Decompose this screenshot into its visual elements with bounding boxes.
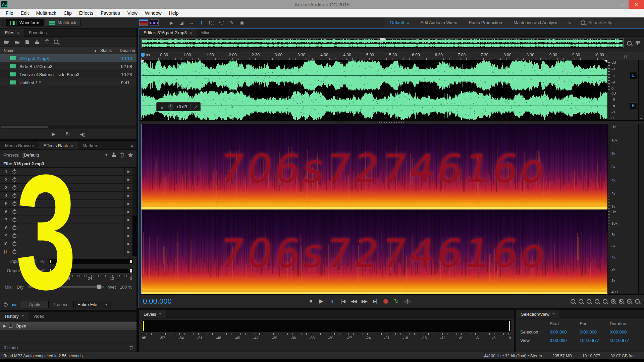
mix-slider[interactable]	[28, 286, 104, 288]
slot-power-cell[interactable]	[10, 224, 19, 232]
maximize-button[interactable]	[616, 0, 629, 9]
slot-power-cell[interactable]	[10, 240, 19, 248]
menu-item-edit[interactable]: Edit	[17, 9, 33, 17]
time-selection-tool[interactable]: I	[198, 19, 205, 26]
clear-history-trash-icon[interactable]	[129, 346, 133, 350]
menu-item-file[interactable]: File	[2, 9, 17, 17]
tab-levels[interactable]: Levels ≡	[139, 310, 166, 318]
slot-power-cell[interactable]	[10, 248, 19, 256]
waveform-view-button[interactable]: Waveform	[6, 19, 44, 26]
paintbrush-selection-tool[interactable]: ✎	[228, 19, 235, 26]
import-file-icon[interactable]	[14, 40, 20, 44]
multitrack-view-button[interactable]: Multitrack	[45, 19, 81, 26]
slot-power-cell[interactable]	[10, 192, 19, 199]
preview-play-button[interactable]: ▶	[52, 131, 56, 137]
fast-forward-button[interactable]: ▶▶	[360, 297, 368, 305]
slot-empty-body[interactable]	[19, 232, 124, 240]
menu-item-effects[interactable]: Effects	[75, 9, 97, 17]
slots-scrollbar[interactable]	[132, 184, 137, 191]
tab-favorites[interactable]: Favorites	[24, 28, 51, 37]
slot-power-cell[interactable]	[10, 168, 19, 175]
menu-item-help[interactable]: Help	[165, 9, 182, 17]
timeline-ruler[interactable]: hms0:301:001:302:002:303:003:304:004:305…	[141, 52, 607, 60]
tab-mixer[interactable]: Mixer	[197, 28, 217, 37]
left-channel-badge[interactable]: L	[630, 72, 637, 79]
effect-slot-row[interactable]: 8▶	[0, 224, 137, 232]
zoom-in-right-edge-button[interactable]: ▶	[619, 299, 624, 304]
workspace-default[interactable]: Default≡	[384, 17, 415, 28]
effect-slot-row[interactable]: 6▶	[0, 208, 137, 216]
slot-expand-icon[interactable]: ▶	[124, 232, 132, 240]
minimize-button[interactable]: —	[604, 0, 616, 9]
zoom-in-left-edge-button[interactable]: ◀	[611, 299, 615, 304]
slots-scrollbar[interactable]	[132, 192, 137, 199]
spectrogram-left-channel[interactable]: 706s7274616o	[141, 124, 607, 209]
slot-empty-body[interactable]	[19, 184, 124, 191]
slots-scrollbar[interactable]	[132, 176, 137, 183]
tab-editor[interactable]: Editor: 316 part 2.mp3 ≡	[139, 28, 197, 37]
panel-menu-icon[interactable]: ≡	[17, 31, 19, 35]
slot-expand-icon[interactable]: ▶	[124, 224, 132, 232]
table-row[interactable]: Twelve of Sixteen - side B.mp310:23	[0, 70, 137, 78]
display-settings-icon[interactable]	[636, 41, 640, 45]
effect-slot-row[interactable]: 7▶	[0, 216, 137, 224]
tab-video[interactable]: Video	[29, 312, 49, 320]
zoom-full-button[interactable]	[635, 299, 640, 304]
marquee-selection-tool[interactable]	[208, 19, 215, 26]
panel-menu-icon[interactable]: ≡	[21, 314, 23, 318]
sv-value[interactable]: 10:10.977	[610, 338, 640, 343]
tab-selection-view[interactable]: Selection/View ≡	[516, 310, 559, 318]
move-tool[interactable]: ▶	[168, 19, 175, 26]
sv-value[interactable]: 0:00.000	[580, 329, 609, 335]
export-icon[interactable]	[34, 40, 40, 44]
tab-files[interactable]: Files ≡	[0, 28, 24, 37]
table-row[interactable]: Side B UZO.mp352:58	[0, 62, 137, 70]
close-button[interactable]: ✕	[629, 0, 644, 9]
zoom-reset-button[interactable]	[603, 299, 607, 304]
effect-slot-row[interactable]: 1▶	[0, 168, 137, 176]
trash-icon[interactable]	[45, 39, 49, 44]
process-dropdown[interactable]: Entire File ▼	[73, 301, 112, 308]
skip-to-start-button[interactable]: ∣◀	[339, 297, 347, 305]
overview-handle[interactable]	[380, 38, 385, 41]
loop-playback-button[interactable]: ↻	[392, 297, 400, 305]
menu-item-window[interactable]: Window	[141, 9, 165, 17]
slot-empty-body[interactable]	[19, 176, 124, 183]
slots-scrollbar[interactable]	[132, 208, 137, 216]
slot-expand-icon[interactable]: ▶	[124, 208, 132, 216]
pause-button[interactable]: Ⅱ	[328, 297, 336, 305]
sv-value[interactable]: 0:00.000	[550, 329, 580, 335]
search-help-input[interactable]	[588, 20, 639, 25]
effect-slot-row[interactable]: 3▶	[0, 184, 137, 192]
panel-menu-icon[interactable]: ≡	[552, 312, 554, 316]
sv-value[interactable]: 0:00.000	[550, 338, 580, 343]
new-item-icon[interactable]	[24, 40, 30, 44]
effect-slot-row[interactable]: 10▶	[0, 240, 137, 248]
sv-value[interactable]: 10:10.977	[580, 338, 609, 343]
zoom-in-button[interactable]: +	[571, 299, 575, 304]
rewind-button[interactable]: ◀◀	[350, 297, 358, 305]
menu-item-view[interactable]: View	[124, 9, 141, 17]
overview-zoom-icon[interactable]	[627, 41, 632, 46]
skip-selection-button[interactable]: ◁∣▷	[403, 297, 411, 305]
vertical-scrollbar[interactable]	[638, 209, 644, 295]
auto-play-speaker-icon[interactable]: ◀))	[80, 132, 85, 137]
right-channel-badge[interactable]: R	[630, 102, 637, 109]
delete-preset-icon[interactable]	[120, 153, 124, 158]
slot-expand-icon[interactable]: ▶	[124, 168, 132, 175]
slot-empty-body[interactable]	[19, 216, 124, 224]
favorite-star-icon[interactable]	[127, 152, 133, 158]
menu-item-multitrack[interactable]: Multitrack	[33, 9, 60, 17]
table-row[interactable]: Untitled 1 *9:41.	[0, 78, 137, 86]
files-column-header[interactable]: Name▲ Status Duration	[0, 47, 137, 54]
slip-tool[interactable]: ↔	[188, 19, 195, 26]
search-files-icon[interactable]	[54, 40, 58, 44]
slot-empty-body[interactable]	[19, 208, 124, 216]
slots-scrollbar[interactable]	[132, 216, 137, 224]
workspace-overflow-icon[interactable]: »	[564, 20, 575, 25]
slot-expand-icon[interactable]: ▶	[124, 200, 132, 207]
hud-pin-icon[interactable]: ↗	[194, 104, 198, 110]
tab-history[interactable]: History ≡	[0, 312, 29, 320]
razor-tool[interactable]: ◢	[178, 19, 185, 26]
menu-item-clip[interactable]: Clip	[60, 9, 75, 17]
